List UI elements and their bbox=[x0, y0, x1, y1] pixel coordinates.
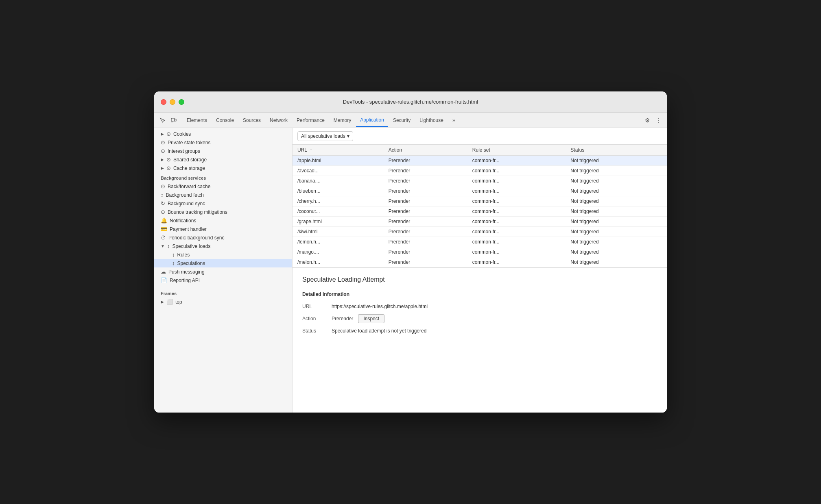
sidebar-item-bounce-tracking[interactable]: ⊙ Bounce tracking mitigations bbox=[154, 208, 292, 216]
bounce-icon: ⊙ bbox=[161, 209, 165, 215]
cell-url: /blueberr... bbox=[293, 186, 384, 196]
cell-status: Not triggered bbox=[566, 227, 667, 237]
background-services-header: Background services bbox=[154, 172, 292, 182]
bell-icon: 🔔 bbox=[161, 217, 167, 224]
more-options-icon[interactable]: ⋮ bbox=[654, 115, 664, 125]
sidebar-item-background-fetch[interactable]: ↕ Background fetch bbox=[154, 191, 292, 199]
detail-url-label: URL bbox=[302, 304, 327, 309]
cell-action: Prerender bbox=[384, 227, 467, 237]
sidebar: ▶ ⊙ Cookies ⊙ Private state tokens ⊙ Int… bbox=[154, 128, 293, 413]
cell-action: Prerender bbox=[384, 156, 467, 166]
inspect-button[interactable]: Inspect bbox=[358, 314, 384, 323]
sidebar-item-shared-storage[interactable]: ▶ ⊙ Shared storage bbox=[154, 155, 292, 164]
cell-status: Not triggered bbox=[566, 247, 667, 257]
devtools-tab-bar: Elements Console Sources Network Perform… bbox=[154, 113, 667, 128]
cell-action: Prerender bbox=[384, 257, 467, 267]
rules-icon: ↕ bbox=[172, 252, 175, 258]
sidebar-item-speculative-loads[interactable]: ▼ ↕ Speculative loads bbox=[154, 242, 292, 250]
sidebar-item-private-state-tokens[interactable]: ⊙ Private state tokens bbox=[154, 138, 292, 147]
table-row[interactable]: /grape.htmlPrerendercommon-fr...Not trig… bbox=[293, 217, 667, 227]
table-row[interactable]: /lemon.h...Prerendercommon-fr...Not trig… bbox=[293, 237, 667, 247]
content-area: All speculative loads ▾ URL ↑ Act bbox=[293, 128, 667, 413]
fetch-icon: ↕ bbox=[161, 192, 164, 198]
tab-security[interactable]: Security bbox=[389, 114, 415, 127]
tab-more[interactable]: » bbox=[448, 114, 459, 127]
settings-icon[interactable]: ⚙ bbox=[642, 115, 652, 125]
sort-arrow-icon: ↑ bbox=[310, 148, 312, 152]
tab-console[interactable]: Console bbox=[212, 114, 238, 127]
sidebar-item-cache-storage[interactable]: ▶ ⊙ Cache storage bbox=[154, 164, 292, 172]
table-row[interactable]: /blueberr...Prerendercommon-fr...Not tri… bbox=[293, 186, 667, 196]
cell-rule_set: common-fr... bbox=[467, 237, 566, 247]
tab-elements[interactable]: Elements bbox=[183, 114, 211, 127]
tab-performance[interactable]: Performance bbox=[293, 114, 329, 127]
column-header-status[interactable]: Status bbox=[566, 145, 667, 156]
tab-memory[interactable]: Memory bbox=[330, 114, 355, 127]
cell-rule_set: common-fr... bbox=[467, 176, 566, 186]
report-icon: 📄 bbox=[161, 277, 167, 283]
frame-icon: ⬜ bbox=[166, 299, 173, 305]
cell-url: /cherry.h... bbox=[293, 196, 384, 206]
cell-action: Prerender bbox=[384, 237, 467, 247]
minimize-button[interactable] bbox=[170, 99, 175, 105]
column-header-url[interactable]: URL ↑ bbox=[293, 145, 384, 156]
tab-lighthouse[interactable]: Lighthouse bbox=[415, 114, 448, 127]
sidebar-item-payment-handler[interactable]: 💳 Payment handler bbox=[154, 225, 292, 233]
db-icon3: ⊙ bbox=[166, 156, 171, 163]
cell-action: Prerender bbox=[384, 176, 467, 186]
speculations-icon: ↕ bbox=[172, 260, 175, 266]
table-row[interactable]: /mango....Prerendercommon-fr...Not trigg… bbox=[293, 247, 667, 257]
close-button[interactable] bbox=[161, 99, 166, 105]
column-header-rule-set[interactable]: Rule set bbox=[467, 145, 566, 156]
table-row[interactable]: /coconut...Prerendercommon-fr...Not trig… bbox=[293, 206, 667, 217]
detail-action-value: Prerender bbox=[332, 316, 353, 322]
cursor-icon[interactable] bbox=[157, 115, 167, 125]
detail-status-row: Status Speculative load attempt is not y… bbox=[302, 328, 657, 334]
cell-url: /lemon.h... bbox=[293, 237, 384, 247]
sidebar-item-speculations[interactable]: ↕ Speculations bbox=[154, 259, 292, 267]
table-row[interactable]: /kiwi.htmlPrerendercommon-fr...Not trigg… bbox=[293, 227, 667, 237]
table-row[interactable]: /cherry.h...Prerendercommon-fr...Not tri… bbox=[293, 196, 667, 206]
sidebar-item-reporting-api[interactable]: 📄 Reporting API bbox=[154, 276, 292, 285]
cell-status: Not triggered bbox=[566, 196, 667, 206]
cell-action: Prerender bbox=[384, 247, 467, 257]
sidebar-item-rules[interactable]: ↕ Rules bbox=[154, 250, 292, 259]
speculative-icon: ↕ bbox=[167, 243, 170, 249]
maximize-button[interactable] bbox=[179, 99, 184, 105]
cell-rule_set: common-fr... bbox=[467, 166, 566, 176]
sidebar-item-background-sync[interactable]: ↻ Background sync bbox=[154, 199, 292, 208]
sidebar-item-interest-groups[interactable]: ⊙ Interest groups bbox=[154, 147, 292, 155]
sidebar-item-cookies[interactable]: ▶ ⊙ Cookies bbox=[154, 130, 292, 138]
filter-dropdown[interactable]: All speculative loads ▾ bbox=[297, 131, 353, 141]
detail-action-label: Action bbox=[302, 316, 327, 322]
db-icon2: ⊙ bbox=[161, 148, 165, 154]
tab-sources[interactable]: Sources bbox=[239, 114, 265, 127]
cell-url: /banana.... bbox=[293, 176, 384, 186]
cell-rule_set: common-fr... bbox=[467, 206, 566, 217]
cell-action: Prerender bbox=[384, 217, 467, 227]
sidebar-item-back-forward-cache[interactable]: ⊙ Back/forward cache bbox=[154, 182, 292, 191]
sidebar-item-push-messaging[interactable]: ☁ Push messaging bbox=[154, 267, 292, 276]
table-row[interactable]: /melon.h...Prerendercommon-fr...Not trig… bbox=[293, 257, 667, 267]
table-row[interactable]: /banana....Prerendercommon-fr...Not trig… bbox=[293, 176, 667, 186]
cell-rule_set: common-fr... bbox=[467, 156, 566, 166]
device-icon[interactable] bbox=[169, 115, 179, 125]
frames-section-header: Frames bbox=[154, 288, 292, 298]
push-icon: ☁ bbox=[161, 269, 166, 275]
cell-status: Not triggered bbox=[566, 156, 667, 166]
cell-status: Not triggered bbox=[566, 166, 667, 176]
cell-rule_set: common-fr... bbox=[467, 257, 566, 267]
table-row[interactable]: /avocad...Prerendercommon-fr...Not trigg… bbox=[293, 166, 667, 176]
cell-url: /avocad... bbox=[293, 166, 384, 176]
sidebar-item-top[interactable]: ▶ ⬜ top bbox=[154, 298, 292, 306]
cell-status: Not triggered bbox=[566, 237, 667, 247]
sidebar-item-notifications[interactable]: 🔔 Notifications bbox=[154, 216, 292, 225]
sidebar-item-periodic-background-sync[interactable]: ⏱ Periodic background sync bbox=[154, 233, 292, 242]
expand-arrow-icon2: ▶ bbox=[161, 157, 164, 162]
table-row[interactable]: /apple.htmlPrerendercommon-fr...Not trig… bbox=[293, 156, 667, 166]
tab-network[interactable]: Network bbox=[266, 114, 292, 127]
column-header-action[interactable]: Action bbox=[384, 145, 467, 156]
filter-bar: All speculative loads ▾ bbox=[293, 128, 667, 145]
tab-application[interactable]: Application bbox=[356, 114, 388, 127]
detail-section-title: Detailed information bbox=[302, 291, 657, 297]
